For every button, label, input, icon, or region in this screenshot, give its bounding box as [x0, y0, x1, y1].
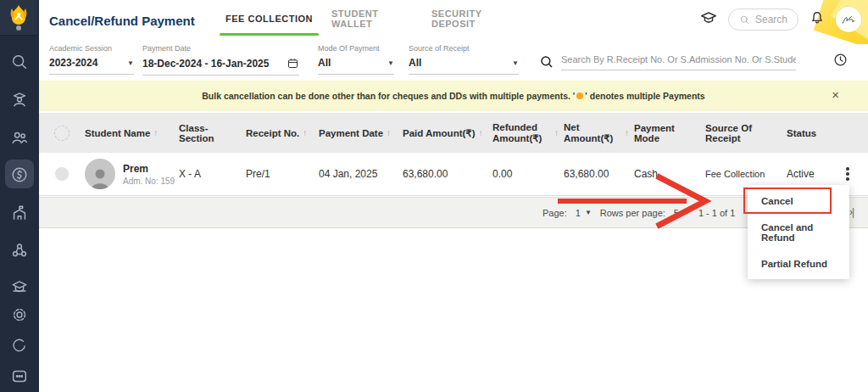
topbar: Search [699, 7, 861, 32]
cell-class-section: X - A [179, 168, 201, 180]
sidebar-settings-gear-icon[interactable] [0, 302, 39, 328]
sidebar-loader-arc-icon[interactable] [0, 333, 39, 358]
sidebar-fees-icon[interactable] [0, 162, 39, 188]
signature-avatar-icon [840, 12, 857, 27]
source-of-receipt-label: Source of Receipt [409, 44, 519, 53]
chevron-down-icon: ▼ [387, 59, 394, 67]
student-avatar [85, 159, 115, 189]
source-of-receipt-value: All [409, 57, 421, 69]
banner-text-prefix: Bulk cancellation can be done other than… [202, 91, 575, 101]
bell-icon[interactable] [809, 9, 826, 30]
cell-payment-date: 04 Jan, 2025 [319, 168, 377, 180]
sort-arrow-icon[interactable]: ↑ [554, 128, 559, 137]
receipt-search [539, 53, 796, 70]
col-class-section: Class-Section [179, 123, 241, 143]
table-header: Student Name↑ Class-Section Receipt No.↑… [39, 113, 868, 153]
chevron-down-icon: ▼ [127, 59, 134, 67]
sort-arrow-icon[interactable]: ↑ [625, 128, 629, 137]
sidebar-institute-icon[interactable] [0, 200, 39, 226]
topbar-search-label: Search [755, 14, 787, 25]
tab-fee-collection[interactable]: FEE COLLECTION [220, 0, 319, 37]
graduation-cap-icon[interactable] [699, 8, 718, 31]
sidebar-search-icon[interactable] [0, 49, 39, 75]
tab-fee-collection-label: FEE COLLECTION [225, 14, 313, 24]
filter-mode-of-payment[interactable]: Mode Of Payment All▼ [318, 44, 394, 75]
chevron-down-icon: ▼ [512, 59, 519, 67]
sort-arrow-icon[interactable]: ↑ [387, 128, 391, 137]
last-page-icon[interactable]: ›| [849, 206, 854, 218]
col-status: Status [787, 128, 816, 138]
search-icon [739, 14, 750, 25]
sidebar-community-icon[interactable] [0, 238, 39, 263]
annotation-arrow-icon [551, 172, 721, 232]
app-logo[interactable] [0, 0, 37, 36]
row-select-radio[interactable] [55, 167, 69, 181]
user-avatar[interactable] [836, 7, 861, 32]
receipt-search-input[interactable] [561, 53, 796, 70]
menu-item-partial-refund[interactable]: Partial Refund [748, 248, 849, 279]
payment-date-value: 18-Dec-2024 - 16-Jan-2025 [142, 58, 269, 70]
sidebar-chat-ellipsis-icon[interactable] [0, 363, 39, 389]
tab-security-deposit[interactable]: SECURITY DEPOSIT [431, 0, 516, 37]
cell-receipt-no: Pre/1 [246, 168, 270, 180]
cell-paid-amount: 63,680.00 [403, 168, 448, 180]
academic-session-value: 2023-2024 [49, 57, 97, 69]
history-icon[interactable] [832, 52, 849, 71]
filter-source-of-receipt[interactable]: Source of Receipt All▼ [409, 44, 519, 75]
calendar-icon [287, 57, 299, 70]
banner-text-suffix: ' denotes multiple Payments [585, 91, 704, 101]
search-icon [539, 54, 554, 70]
col-net-amount[interactable]: Net Amount(₹) [564, 122, 621, 144]
academic-session-label: Academic Session [49, 44, 134, 53]
mode-of-payment-value: All [318, 57, 331, 69]
sort-arrow-icon[interactable]: ↑ [153, 128, 158, 137]
topbar-search[interactable]: Search [728, 8, 798, 31]
tulip-logo-icon [6, 3, 31, 32]
filter-academic-session[interactable]: Academic Session 2023-2024▼ [49, 44, 134, 75]
person-icon [87, 165, 113, 189]
multiple-payment-dot-icon [576, 92, 583, 99]
col-paid-amount[interactable]: Paid Amount(₹) [403, 127, 475, 139]
cell-refunded-amount: 0.00 [492, 168, 512, 180]
sidebar-academics-icon[interactable] [0, 273, 39, 299]
annotation-highlight-rect [743, 188, 832, 214]
page-title: Cancel/Refund Payment [49, 14, 195, 28]
status-badge: Active [787, 168, 815, 180]
sort-arrow-icon[interactable]: ↑ [478, 128, 482, 137]
col-payment-date[interactable]: Payment Date [319, 128, 383, 138]
payment-date-label: Payment Date [142, 44, 299, 53]
col-payment-mode: Payment Mode [634, 123, 700, 143]
col-refunded-amount[interactable]: Refunded Amount(₹) [492, 122, 551, 144]
col-student-name[interactable]: Student Name [85, 128, 150, 138]
menu-item-cancel-and-refund[interactable]: Cancel and Refund [748, 216, 849, 248]
sort-arrow-icon[interactable]: ↑ [303, 128, 307, 137]
col-receipt-no[interactable]: Receipt No. [246, 128, 299, 138]
select-all-checkbox[interactable] [54, 126, 70, 141]
active-tab-underline [220, 33, 319, 36]
row-actions-kebab-icon[interactable] [843, 164, 853, 184]
tab-student-wallet[interactable]: STUDENT WALLET [331, 0, 409, 37]
sidebar-people-icon[interactable] [0, 125, 39, 150]
tab-security-deposit-label: SECURITY DEPOSIT [431, 8, 516, 29]
col-source-of-receipt: Source Of Receipt [705, 123, 782, 143]
filter-payment-date[interactable]: Payment Date 18-Dec-2024 - 16-Jan-2025 [142, 44, 299, 76]
sidebar-student-icon[interactable] [0, 87, 39, 112]
mode-of-payment-label: Mode Of Payment [318, 44, 394, 53]
sidebar [0, 0, 39, 392]
student-adm-no: Adm. No: 159 [123, 176, 175, 186]
banner-close-icon[interactable]: × [832, 87, 839, 102]
student-name[interactable]: Prem [123, 163, 175, 175]
tab-student-wallet-label: STUDENT WALLET [331, 8, 409, 29]
info-banner: Bulk cancellation can be done other than… [39, 81, 868, 111]
